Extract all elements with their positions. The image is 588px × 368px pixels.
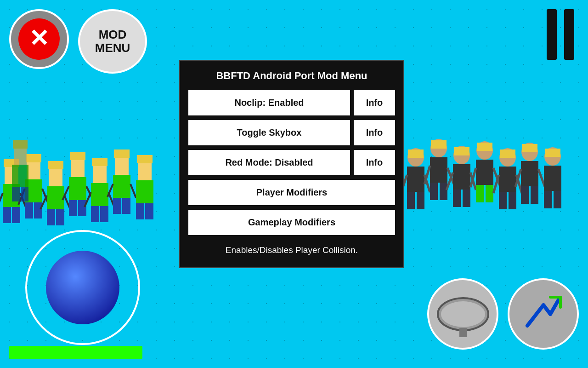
svg-rect-44 [136,180,153,203]
svg-rect-47 [14,147,27,165]
svg-rect-81 [499,167,516,192]
svg-rect-28 [93,165,107,183]
mod-menu-button[interactable]: MOD MENU [78,9,147,74]
svg-rect-39 [122,198,130,214]
svg-rect-18 [56,209,64,225]
svg-rect-62 [440,183,447,200]
svg-rect-4 [12,207,20,223]
toggle-skybox-button[interactable]: Toggle Skybox [188,120,350,145]
svg-rect-65 [431,140,447,149]
joystick-ball [46,251,119,324]
mod-menu-panel: BBFTD Android Port Mod Menu Noclip: Enab… [179,60,404,268]
close-icon-inner: ✕ [18,18,60,60]
close-button[interactable]: ✕ [9,9,69,69]
joystick-circle[interactable] [25,230,140,345]
svg-line-5 [0,193,3,212]
gameplay-modifiers-row: Gameplay Modifiers [188,210,395,235]
svg-rect-36 [114,150,130,158]
svg-rect-37 [113,175,130,198]
mirror-button[interactable] [427,278,498,350]
pause-button[interactable] [547,9,574,60]
svg-rect-101 [459,328,467,337]
svg-rect-79 [477,143,492,151]
svg-rect-75 [476,185,484,202]
pause-bar-left [547,9,557,60]
gameplay-modifiers-button[interactable]: Gameplay Modifiers [188,210,395,235]
svg-rect-88 [521,161,538,186]
mod-menu-label-line2: MENU [95,41,130,55]
svg-rect-17 [47,209,55,225]
svg-rect-50 [12,187,20,201]
action-button[interactable] [508,278,579,350]
svg-rect-10 [25,202,33,218]
svg-rect-98 [545,149,560,157]
noclip-button[interactable]: Noclip: Enabled [188,90,350,115]
mod-description: Enables/Disables Player Collision. [188,243,395,257]
svg-rect-72 [454,147,469,155]
svg-line-92 [538,169,545,187]
bottom-right-controls [427,278,579,350]
right-characters-svg [404,115,588,276]
svg-rect-22 [70,152,85,160]
svg-rect-89 [521,186,529,204]
svg-rect-42 [138,162,152,180]
svg-rect-96 [544,191,552,208]
svg-rect-90 [531,186,538,204]
svg-rect-30 [91,183,108,206]
svg-rect-82 [499,192,507,209]
svg-rect-31 [91,206,99,222]
player-modifiers-button[interactable]: Player Modifiers [188,180,395,205]
red-mode-row: Red Mode: Disabled Info [188,150,395,175]
svg-line-41 [130,184,136,198]
svg-rect-21 [71,159,85,177]
mirror-icon [431,282,495,346]
close-icon: ✕ [29,26,49,50]
mod-panel-title: BBFTD Android Port Mod Menu [188,70,395,82]
characters-right [404,115,588,276]
noclip-row: Noclip: Enabled Info [188,90,395,115]
green-bar [9,346,142,359]
red-mode-info-button[interactable]: Info [354,150,395,175]
svg-rect-15 [48,161,63,169]
svg-rect-46 [145,203,153,219]
svg-rect-32 [100,206,108,222]
svg-rect-60 [430,157,447,183]
svg-rect-67 [453,164,470,190]
player-modifiers-row: Player Modifiers [188,180,395,205]
svg-rect-14 [49,168,62,186]
svg-rect-35 [115,156,129,175]
svg-rect-68 [453,190,461,207]
svg-rect-3 [3,207,11,223]
svg-rect-11 [34,202,42,218]
toggle-skybox-row: Toggle Skybox Info [188,120,395,145]
svg-rect-95 [544,166,561,191]
noclip-info-button[interactable]: Info [354,90,395,115]
svg-rect-49 [12,165,28,187]
svg-rect-58 [408,150,424,158]
svg-rect-51 [21,187,28,201]
svg-rect-97 [554,191,561,208]
svg-rect-43 [137,155,153,163]
svg-rect-16 [47,186,64,209]
svg-rect-48 [13,140,28,149]
svg-rect-23 [69,177,86,200]
svg-rect-93 [522,144,537,152]
svg-point-100 [441,301,485,327]
svg-rect-61 [430,183,438,200]
red-mode-button[interactable]: Red Mode: Disabled [188,150,350,175]
toggle-skybox-info-button[interactable]: Info [354,120,395,145]
svg-rect-25 [78,200,86,216]
svg-rect-69 [463,190,470,207]
arrow-icon [514,284,573,344]
svg-rect-24 [69,200,77,216]
mod-menu-label-line1: MOD [99,28,127,41]
svg-rect-86 [500,150,515,158]
svg-rect-76 [486,185,493,202]
svg-rect-53 [407,167,424,192]
svg-rect-7 [27,161,40,179]
svg-rect-55 [417,192,424,209]
svg-line-56 [404,175,407,194]
svg-rect-45 [136,203,144,219]
svg-rect-8 [26,154,41,162]
svg-rect-38 [113,198,121,214]
